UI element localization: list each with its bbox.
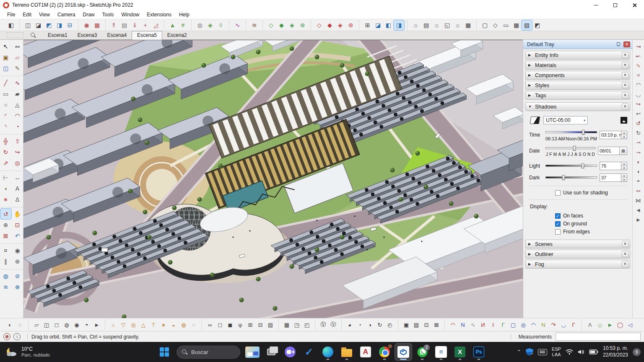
curve-simplify-tool-icon[interactable]: ≈ [634,70,644,80]
section-plane-tool-icon[interactable]: ⊞ [362,20,373,30]
paint-bucket-tool-icon[interactable]: ▣ [0,52,11,62]
surface-left-tool-icon[interactable]: ◖ [634,167,644,176]
vray-cone-light-icon[interactable]: △ [138,320,148,330]
polygon-tool-icon[interactable]: ◬ [12,99,23,110]
menu-camera[interactable]: Camera [54,11,79,18]
speaker-icon[interactable] [578,349,584,355]
taskbar-app-sketchup[interactable] [395,344,412,360]
turn-tool-icon[interactable]: ⊛ [12,256,23,266]
scene-tab-escena2[interactable]: Escena2 [162,31,192,39]
view-iso-icon[interactable]: ⌂ [410,20,421,30]
arc-tool-icon[interactable]: ◜ [0,110,11,121]
section-close-button[interactable]: ✕ [622,82,628,88]
vray-fur-icon[interactable]: ψ [235,320,245,330]
taskbar-app-excel[interactable]: X [452,344,468,360]
extension-layers-icon[interactable]: ≋ [0,282,11,292]
surface-wave-tool-icon[interactable]: ∾ [634,186,644,196]
display-section-cuts-icon[interactable]: ◧ [383,20,394,30]
select-tool-icon[interactable]: ↖ [0,41,11,52]
touch-keyboard-icon[interactable] [538,349,547,355]
section-fog[interactable]: ▶Fog✕ [525,260,630,269]
terrain-grid-icon[interactable]: # [178,20,188,30]
vray-sun-light-icon[interactable]: ∗ [158,320,169,330]
vray-scatter-icon[interactable]: ▤ [265,320,275,330]
freehand-tool-icon[interactable]: ∿ [12,78,23,88]
solid-trim-icon[interactable]: ◨ [54,20,65,30]
dimension-tool-icon[interactable]: ↔ [12,172,23,183]
zoom-tool-icon[interactable]: ⊕ [0,220,11,230]
style-xray-icon[interactable]: ▢ [480,20,490,30]
minimize-button[interactable] [586,0,605,10]
artisan-crystal-icon[interactable]: ◊ [216,20,226,30]
uv-half-map-icon[interactable]: ◓ [82,320,92,330]
move-tool-icon[interactable]: ╬ [0,136,11,146]
view-front-icon[interactable]: ⌂ [431,20,442,30]
light-value-input[interactable]: 75 [600,162,621,170]
uv-plane-map-icon[interactable]: ▱ [31,320,42,330]
group-link-green-icon[interactable]: ⊚ [297,20,308,30]
sandbox-from-scratch-icon[interactable]: ▦ [92,20,102,30]
section-scenes[interactable]: ▶Scenes✕ [525,240,630,248]
bezier-curve-icon[interactable]: ◠ [528,320,538,330]
taskbar-weather-widget[interactable]: 10°C Parc. nublado [0,342,55,362]
text-tool-icon[interactable]: A [12,183,23,194]
style-monochrome-icon[interactable]: ◩ [532,20,543,30]
section-close-button[interactable]: ✕ [622,261,628,267]
taskbar-app-photoshop[interactable]: Ps [470,344,487,360]
section-materials[interactable]: ▶Materials✕ [525,61,630,70]
vray-render-icon[interactable]: ◕ [345,320,355,330]
extension-flatten-icon[interactable]: ⊘ [12,271,23,281]
view-left-icon[interactable]: ▦ [463,20,473,30]
mirror-tool-icon[interactable]: ⋈ [634,196,644,205]
eraser-tool-icon[interactable]: ▱ [12,52,23,62]
toposhaper-icon[interactable]: ▲ [167,20,178,30]
pan-tool-icon[interactable]: ✋ [12,209,23,219]
vray-clipper-icon[interactable]: ⊞ [245,320,255,330]
group-box-red-icon[interactable]: ◈ [335,20,345,30]
look-around-tool-icon[interactable]: ◉ [12,245,23,256]
curve-edit-tool-icon[interactable]: ↜ [634,51,644,61]
bezier-rect-icon[interactable]: ▢ [508,320,518,330]
curvizard-menu-icon[interactable]: ∿ [232,20,243,30]
vray-decal-icon[interactable]: ⊟ [255,320,265,330]
axes-tool-icon[interactable]: ∗ [0,194,11,204]
viewport-3d-model[interactable] [23,40,523,318]
curve-polygon-icon[interactable]: ◇ [595,320,605,330]
toolbar-dock-handle[interactable] [7,32,23,38]
section-close-button[interactable]: ✕ [622,241,628,247]
search-icon[interactable] [29,32,37,39]
zoom-extents-tool-icon[interactable]: ⊠ [0,230,11,241]
measurements-input[interactable] [556,333,641,341]
start-button[interactable] [156,344,173,360]
info-icon[interactable]: i [13,333,21,340]
uv-sphere-map-icon[interactable]: ◐ [5,320,15,330]
vray-grid-3-icon[interactable]: ◰ [302,320,312,330]
position-camera-tool-icon[interactable]: ¤ [0,245,11,256]
menu-file[interactable]: File [3,11,19,18]
circle-tool-icon[interactable]: ○ [0,99,11,110]
sandbox-smoove-icon[interactable]: ⇑ [109,20,119,30]
taskbar-app-todo[interactable]: ✓ [301,344,317,360]
vray-frame-buffer-icon[interactable]: ▣ [401,320,411,330]
orbit-tool-icon[interactable]: ↺ [0,209,11,219]
uv-picker-icon[interactable]: ◌ [15,320,25,330]
taskbar-app-task-view[interactable] [263,344,280,360]
curve-tools-menu-icon[interactable]: ► [605,320,615,330]
vray-mesh-light-icon[interactable]: ◍ [179,320,189,330]
bezier-corner-icon[interactable]: Γ [498,320,508,330]
style-hidden-line-icon[interactable]: ▭ [501,20,511,30]
group-outline-red-icon[interactable]: ◇ [314,20,325,30]
vray-render-last-icon[interactable]: ◔ [355,320,365,330]
rectangle-tool-icon[interactable]: ▭ [0,88,11,99]
timezone-select[interactable]: UTC-05:00 ▾ [543,116,588,124]
taskbar-app-widgets[interactable] [244,344,261,360]
show-details-button[interactable] [621,117,627,124]
artisan-shell-icon[interactable]: ◍ [195,20,205,30]
vray-ies-light-icon[interactable]: ◒ [169,320,179,330]
date-slider-handle[interactable] [573,146,576,151]
vray-batch-render-icon[interactable]: ▤ [411,320,421,330]
section-close-button[interactable]: ✕ [622,103,628,110]
bezier-arc-icon[interactable]: ◠ [448,320,458,330]
group-solid-green-icon[interactable]: ◆ [276,20,287,30]
group-link-red-icon[interactable]: ⊚ [345,20,356,30]
